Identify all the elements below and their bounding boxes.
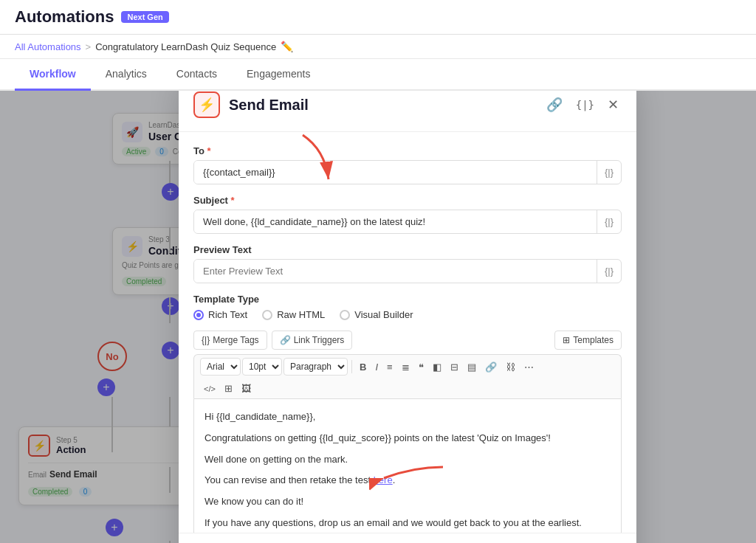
- unordered-list-btn[interactable]: ≡: [383, 359, 396, 375]
- preview-input[interactable]: [194, 260, 597, 283]
- nav-tabs: Workflow Analytics Contacts Engagements: [0, 59, 756, 91]
- tab-workflow[interactable]: Workflow: [15, 59, 91, 91]
- unlink-btn[interactable]: ⛓: [502, 359, 519, 375]
- edit-icon[interactable]: ✏️: [281, 41, 293, 52]
- email-line-2: Congratulations on getting {{ld_quiz_sco…: [205, 431, 611, 446]
- breadcrumb-link[interactable]: All Automations: [15, 41, 81, 52]
- template-type-radios: Rich Text Raw HTML Visual Builder: [193, 309, 622, 320]
- merge-tags-icon: {|}: [202, 335, 210, 345]
- ordered-list-btn[interactable]: ≣: [398, 359, 413, 375]
- bold-btn[interactable]: B: [356, 359, 370, 375]
- preview-label: Preview Text: [193, 244, 622, 255]
- tab-contacts[interactable]: Contacts: [162, 59, 232, 91]
- subject-input[interactable]: [194, 210, 597, 233]
- to-label: To *: [193, 145, 622, 156]
- modal-email-icon: ⚡: [193, 91, 220, 118]
- modal-header: ⚡ Send Email 🔗 {|} ✕: [179, 91, 636, 132]
- extra-format-toolbar: </> ⊞ 🖼: [193, 378, 622, 398]
- format-toolbar: Arial 10pt Paragraph B I ≡ ≣ ❝ ◧ ⊟: [193, 354, 622, 378]
- send-email-modal: ⚡ Send Email 🔗 {|} ✕ To * {|}: [179, 91, 636, 543]
- toolbar-left: {|} Merge Tags 🔗 Link Triggers: [193, 331, 352, 350]
- subject-label: Subject *: [193, 195, 622, 206]
- radio-visual-builder[interactable]: Visual Builder: [340, 309, 413, 320]
- email-line-4: You can revise and then retake the test …: [205, 473, 611, 488]
- align-center-btn[interactable]: ⊟: [447, 359, 462, 375]
- app-title: Automations: [15, 7, 114, 27]
- source-btn[interactable]: </>: [200, 381, 219, 396]
- modal-title: Send Email: [229, 97, 535, 114]
- tab-engagements[interactable]: Engagements: [232, 59, 325, 91]
- paragraph-select[interactable]: Paragraph: [284, 358, 348, 376]
- template-type-group: Template Type Rich Text Raw HTML Visu: [193, 294, 622, 320]
- to-merge-btn[interactable]: {|}: [597, 161, 621, 184]
- email-line-1: Hi {{ld_candidate_name}},: [205, 409, 611, 425]
- link-triggers-btn[interactable]: 🔗 Link Triggers: [272, 331, 353, 350]
- preview-merge-btn[interactable]: {|}: [597, 260, 621, 283]
- link-format-btn[interactable]: 🔗: [481, 359, 501, 375]
- modal-overlay: ⚡ Send Email 🔗 {|} ✕ To * {|}: [0, 91, 756, 543]
- raw-html-label: Raw HTML: [277, 309, 325, 320]
- modal-footer: Cancel Save & Close Save: [179, 533, 636, 543]
- breadcrumb-separator: >: [86, 41, 92, 52]
- email-line-6: If you have any questions, drop us an em…: [205, 516, 611, 531]
- top-bar: Automations Next Gen: [0, 0, 756, 35]
- templates-icon: ⊞: [563, 335, 570, 345]
- more-format-btn[interactable]: ⋯: [520, 359, 537, 375]
- blockquote-btn[interactable]: ❝: [415, 359, 427, 375]
- preview-input-wrap: {|}: [193, 259, 622, 283]
- subject-merge-btn[interactable]: {|}: [597, 210, 621, 233]
- align-left-btn[interactable]: ◧: [429, 359, 445, 375]
- font-select[interactable]: Arial: [200, 358, 241, 376]
- editor-area[interactable]: Hi {{ld_candidate_name}}, Congratulation…: [193, 398, 622, 533]
- radio-raw-html[interactable]: Raw HTML: [262, 309, 325, 320]
- format-divider-1: [351, 360, 352, 373]
- align-right-btn[interactable]: ▤: [464, 359, 480, 375]
- visual-builder-label: Visual Builder: [354, 309, 413, 320]
- editor-toolbar-top: {|} Merge Tags 🔗 Link Triggers ⊞ Templat…: [193, 331, 622, 350]
- merge-fields-btn[interactable]: {|}: [573, 96, 597, 114]
- email-line-3: Well done on getting on the mark.: [205, 452, 611, 468]
- breadcrumb: All Automations > Congratulatory LearnDa…: [0, 35, 756, 59]
- size-select[interactable]: 10pt: [242, 358, 282, 376]
- templates-btn[interactable]: ⊞ Templates: [554, 331, 622, 350]
- italic-btn[interactable]: I: [371, 359, 382, 375]
- modal-header-actions: 🔗 {|} ✕: [543, 94, 622, 116]
- to-input-wrap: {|}: [193, 160, 622, 184]
- preview-field-group: Preview Text {|}: [193, 244, 622, 283]
- visual-builder-radio-dot: [340, 310, 350, 320]
- table-btn[interactable]: ⊞: [221, 381, 236, 396]
- tab-analytics[interactable]: Analytics: [91, 59, 162, 91]
- radio-rich-text[interactable]: Rich Text: [193, 309, 247, 320]
- retake-link[interactable]: here: [374, 474, 393, 485]
- image-btn[interactable]: 🖼: [238, 381, 255, 396]
- link-triggers-icon: 🔗: [280, 335, 291, 345]
- subject-input-wrap: {|}: [193, 210, 622, 234]
- next-gen-badge: Next Gen: [121, 11, 168, 23]
- workflow-canvas: 🚀 LearnDash User Complete Active 0 Com..…: [0, 91, 756, 543]
- rich-text-label: Rich Text: [208, 309, 247, 320]
- template-type-label: Template Type: [193, 294, 622, 305]
- rich-text-radio-dot: [193, 310, 204, 320]
- close-modal-btn[interactable]: ✕: [605, 94, 622, 116]
- link-icon-btn[interactable]: 🔗: [543, 94, 566, 116]
- merge-tags-btn[interactable]: {|} Merge Tags: [193, 331, 267, 350]
- merge-tags-label: Merge Tags: [213, 335, 258, 345]
- link-triggers-label: Link Triggers: [294, 335, 345, 345]
- modal-body: To * {|} Subject * {|}: [179, 132, 636, 533]
- to-input[interactable]: [194, 161, 597, 184]
- templates-label: Templates: [573, 335, 614, 345]
- subject-field-group: Subject * {|}: [193, 195, 622, 234]
- breadcrumb-current: Congratulatory LearnDash Quiz Sequence: [95, 41, 276, 52]
- email-line-5: We know you can do it!: [205, 494, 611, 510]
- to-field-group: To * {|}: [193, 145, 622, 184]
- raw-html-radio-dot: [262, 310, 272, 320]
